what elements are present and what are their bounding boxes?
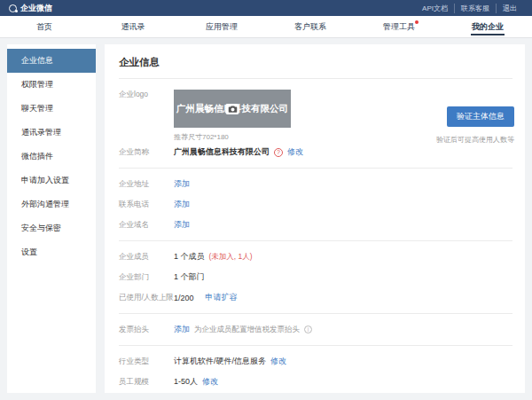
- apply-expand-link[interactable]: 申请扩容: [206, 292, 238, 303]
- tab-my-company[interactable]: 我的企业: [443, 16, 532, 37]
- short-name-row: 企业简称 广州晨畅信息科技有限公司 ? 修改: [119, 142, 512, 162]
- departments-row: 企业部门 1 个部门: [119, 267, 512, 287]
- industry-value: 计算机软件/硬件/信息服务: [174, 356, 266, 367]
- members-count: 1 个成员: [174, 251, 205, 263]
- topbar: 企业微信 API文档 联系客服 退出: [0, 0, 532, 16]
- company-short-name: 广州晨畅信息科技有限公司: [174, 146, 270, 158]
- contact-support-link[interactable]: 联系客服: [454, 4, 496, 13]
- content-area: 企业信息 权限管理 聊天管理 通讯录管理 微信插件 申请加入设置 外部沟通管理 …: [0, 37, 532, 400]
- page-title: 企业信息: [119, 44, 512, 79]
- sidebar-item-external-communication[interactable]: 外部沟通管理: [7, 192, 96, 216]
- add-domain-link[interactable]: 添加: [174, 219, 190, 231]
- tab-management-tools[interactable]: 管理工具: [355, 16, 443, 37]
- section-profile: 行业类型 计算机软件/硬件/信息服务 修改 员工规模 1-50人 修改: [119, 346, 512, 393]
- departments-count: 1 个部门: [174, 271, 205, 283]
- address-row: 企业地址 添加: [119, 174, 512, 194]
- sidebar-item-company-info[interactable]: 企业信息: [7, 49, 96, 73]
- wecom-logo-icon: [9, 4, 17, 12]
- main-nav: 首页 通讯录 应用管理 客户联系 管理工具 我的企业: [0, 16, 532, 37]
- company-logo-image[interactable]: 广州晨畅信息科技有限公司: [174, 90, 291, 128]
- members-row: 企业成员 1 个成员 (未加入, 1人): [119, 247, 512, 267]
- add-phone-link[interactable]: 添加: [174, 199, 190, 210]
- field-label: 企业简称: [119, 147, 174, 158]
- section-members: 企业成员 1 个成员 (未加入, 1人) 企业部门 1 个部门 已使用/人数上限…: [119, 241, 512, 314]
- phone-row: 联系电话 添加: [119, 194, 512, 215]
- staff-size-row: 员工规模 1-50人 修改: [119, 372, 512, 392]
- main-panel: 企业信息 验证主体信息 验证后可提高使用人数等 企业logo 广州晨畅信息科技有…: [105, 44, 525, 393]
- help-question-icon[interactable]: ?: [274, 148, 283, 157]
- tab-customer-contact[interactable]: 客户联系: [266, 16, 355, 37]
- brand: 企业微信: [9, 3, 52, 14]
- industry-row: 行业类型 计算机软件/硬件/信息服务 修改: [119, 351, 512, 372]
- add-invoice-link[interactable]: 添加: [174, 324, 190, 335]
- info-icon[interactable]: i: [304, 325, 312, 333]
- staff-size-value: 1-50人: [174, 376, 198, 388]
- sidebar-item-security[interactable]: 安全与保密: [7, 216, 96, 240]
- members-not-joined-note: (未加入, 1人): [209, 252, 253, 263]
- tab-app-management[interactable]: 应用管理: [177, 16, 266, 37]
- edit-staff-size-link[interactable]: 修改: [202, 376, 218, 388]
- topbar-links: API文档 联系客服 退出: [416, 4, 523, 13]
- sidebar-item-wechat-plugin[interactable]: 微信插件: [7, 145, 96, 169]
- invoice-desc: 为企业成员配置增值税发票抬头: [194, 325, 300, 335]
- api-docs-link[interactable]: API文档: [416, 4, 454, 13]
- brand-name: 企业微信: [20, 3, 52, 14]
- add-address-link[interactable]: 添加: [174, 178, 190, 190]
- edit-short-name-link[interactable]: 修改: [287, 146, 303, 158]
- camera-icon[interactable]: [226, 104, 239, 114]
- sidebar-item-settings[interactable]: 设置: [7, 240, 96, 264]
- invoice-row: 发票抬头 添加 为企业成员配置增值税发票抬头 i: [119, 319, 512, 340]
- usage-value: 1/200: [174, 294, 194, 302]
- verify-block: 验证主体信息 验证后可提高使用人数等: [436, 106, 514, 145]
- tab-contacts[interactable]: 通讯录: [89, 16, 177, 37]
- sidebar-item-permissions[interactable]: 权限管理: [7, 73, 96, 97]
- logout-link[interactable]: 退出: [496, 4, 523, 13]
- verify-entity-button[interactable]: 验证主体信息: [447, 106, 514, 127]
- sidebar: 企业信息 权限管理 聊天管理 通讯录管理 微信插件 申请加入设置 外部沟通管理 …: [7, 44, 96, 393]
- section-invoice: 发票抬头 添加 为企业成员配置增值税发票抬头 i: [119, 314, 512, 346]
- sidebar-item-join-settings[interactable]: 申请加入设置: [7, 169, 96, 192]
- domain-row: 企业域名 添加: [119, 215, 512, 235]
- notification-dot: [415, 20, 419, 24]
- tab-home[interactable]: 首页: [0, 16, 89, 37]
- sidebar-item-chat-management[interactable]: 聊天管理: [7, 97, 96, 121]
- active-tab-underline: [471, 34, 505, 35]
- field-label: 企业logo: [119, 90, 174, 100]
- usage-row: 已使用/人数上限 1/200 申请扩容: [119, 287, 512, 308]
- verify-caption: 验证后可提高使用人数等: [436, 135, 514, 145]
- edit-industry-link[interactable]: 修改: [270, 356, 286, 367]
- logo-size-hint: 推荐尺寸702*180: [174, 132, 291, 142]
- section-contact: 企业地址 添加 联系电话 添加 企业域名 添加: [119, 169, 512, 241]
- sidebar-item-contacts-management[interactable]: 通讯录管理: [7, 121, 96, 145]
